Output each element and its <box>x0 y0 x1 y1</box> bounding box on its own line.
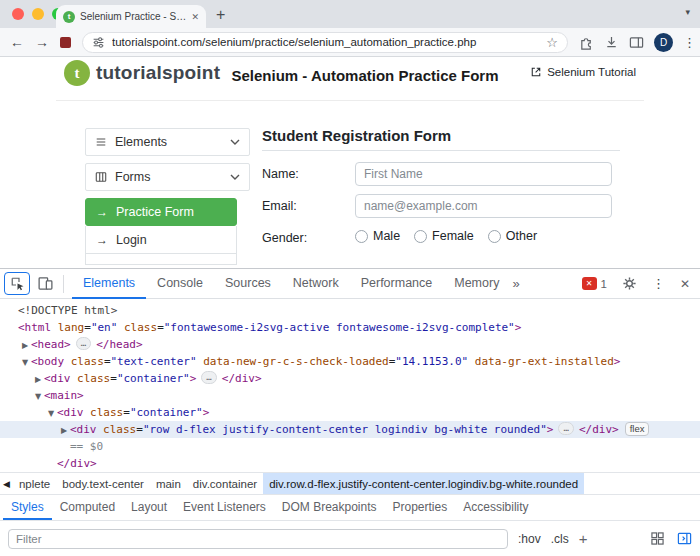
code-token: class <box>97 423 137 436</box>
minimize-window-icon[interactable] <box>32 8 44 20</box>
toggle-panel-icon[interactable] <box>677 531 692 546</box>
gender-label: Gender: <box>262 231 307 245</box>
sidebar-item-partial[interactable] <box>85 254 237 265</box>
dom-tree-line[interactable]: ▶<div class="container">…</div> <box>0 370 700 387</box>
ellipsis-expander[interactable]: … <box>201 371 216 384</box>
element-classes-button[interactable]: .cls <box>551 532 569 546</box>
inspect-element-button[interactable] <box>4 272 30 295</box>
gender-other-radio[interactable]: Other <box>488 229 537 243</box>
new-style-rule-button[interactable]: + <box>579 530 588 547</box>
dom-tree-line[interactable]: <!DOCTYPE html> <box>0 302 700 319</box>
tab-dom-breakpoints[interactable]: DOM Breakpoints <box>274 495 385 520</box>
new-tab-button[interactable]: + <box>216 4 225 26</box>
gear-icon[interactable] <box>622 276 637 291</box>
collapsed-arrow-icon[interactable]: ▶ <box>32 371 44 388</box>
tab-styles[interactable]: Styles <box>3 495 52 520</box>
sidebar-section-elements[interactable]: Elements <box>85 128 250 156</box>
tab-favicon: t <box>63 11 75 23</box>
device-toolbar-icon[interactable] <box>37 275 54 292</box>
breadcrumb-item-container[interactable]: div.container <box>187 473 263 494</box>
browser-tab[interactable]: t Selenium Practice - Student I ✕ <box>56 5 206 28</box>
sidebar-item-login[interactable]: → Login <box>85 226 237 254</box>
breadcrumb-item[interactable]: nplete <box>13 473 56 494</box>
code-token: </div> <box>57 457 97 470</box>
dom-tree-line[interactable]: ▼<div class="container"> <box>0 404 700 421</box>
tab-event-listeners[interactable]: Event Listeners <box>175 495 274 520</box>
collapsed-arrow-icon[interactable]: ▶ <box>19 337 31 354</box>
url-bar[interactable]: tutorialspoint.com/selenium/practice/sel… <box>82 32 568 53</box>
close-window-icon[interactable] <box>12 8 24 20</box>
expanded-arrow-icon[interactable]: ▼ <box>32 388 44 405</box>
tab-search-chevron-icon[interactable]: ▾ <box>685 7 690 17</box>
tab-close-icon[interactable]: ✕ <box>191 12 199 22</box>
first-name-input[interactable] <box>355 162 612 186</box>
dom-tree-line[interactable]: <html lang="en" class="fontawesome-i2svg… <box>0 319 700 336</box>
dom-tree-line[interactable]: ▶<div class="row d-flex justify-content-… <box>0 421 700 438</box>
dom-tree-line[interactable]: == $0 <box>0 438 700 455</box>
error-icon: ✕ <box>582 277 597 290</box>
breadcrumb-item-selected[interactable]: div.row.d-flex.justify-content-center.lo… <box>263 473 584 494</box>
code-token: > <box>203 406 210 419</box>
tab-accessibility[interactable]: Accessibility <box>455 495 536 520</box>
devtools-tab-network[interactable]: Network <box>282 269 350 299</box>
url-text[interactable]: tutorialspoint.com/selenium/practice/sel… <box>112 36 539 48</box>
devtools-close-icon[interactable]: ✕ <box>680 277 690 291</box>
extensions-icon[interactable] <box>579 35 594 50</box>
tab-layout[interactable]: Layout <box>123 495 175 520</box>
styles-filter-input[interactable] <box>8 529 508 549</box>
reload-icon[interactable] <box>60 37 71 48</box>
tutorial-link[interactable]: Selenium Tutorial <box>530 66 636 78</box>
toggle-element-state-button[interactable]: :hov <box>518 532 541 546</box>
grid-icon[interactable] <box>651 532 664 545</box>
code-token: > <box>614 355 621 368</box>
flex-badge[interactable]: flex <box>625 422 650 436</box>
tune-icon[interactable] <box>92 36 105 49</box>
browser-toolbar: ← → tutorialspoint.com/selenium/practice… <box>0 28 700 57</box>
code-token: = <box>84 321 91 334</box>
breadcrumb-scroll-left-icon[interactable]: ◀ <box>0 473 13 494</box>
titlebar: t Selenium Practice - Student I ✕ + ▾ <box>0 0 700 28</box>
code-token: = <box>136 423 143 436</box>
devtools-tab-memory[interactable]: Memory <box>443 269 510 299</box>
devtools-menu-icon[interactable]: ⋮ <box>652 276 665 291</box>
devtools-tab-performance[interactable]: Performance <box>350 269 444 299</box>
side-panel-icon[interactable] <box>629 35 644 50</box>
sidebar-item-practice-form[interactable]: → Practice Form <box>85 198 237 226</box>
code-token: data-new-gr-c-s-check-loaded <box>197 355 389 368</box>
radio-icon <box>355 230 368 243</box>
code-token: class <box>71 372 111 385</box>
bookmark-star-icon[interactable]: ☆ <box>546 35 558 50</box>
expanded-arrow-icon[interactable]: ▼ <box>19 354 31 371</box>
ellipsis-expander[interactable]: … <box>76 337 91 350</box>
email-input[interactable] <box>355 194 612 218</box>
ellipsis-expander[interactable]: … <box>558 422 573 435</box>
forward-icon[interactable]: → <box>35 35 49 49</box>
sidebar-section-forms[interactable]: Forms <box>85 163 250 191</box>
devtools-tab-sources[interactable]: Sources <box>214 269 282 299</box>
header-divider <box>56 100 644 101</box>
breadcrumb-item-main[interactable]: main <box>150 473 187 494</box>
breadcrumb-item-body[interactable]: body.text-center <box>56 473 150 494</box>
code-token: <div <box>57 406 84 419</box>
download-icon[interactable] <box>604 35 619 50</box>
tab-computed[interactable]: Computed <box>52 495 123 520</box>
gender-female-radio[interactable]: Female <box>414 229 474 243</box>
external-link-icon <box>530 66 542 78</box>
tab-properties[interactable]: Properties <box>385 495 456 520</box>
dom-tree-line[interactable]: </div> <box>0 455 700 472</box>
expanded-arrow-icon[interactable]: ▼ <box>45 405 57 422</box>
devtools-tab-elements[interactable]: Elements <box>72 269 146 299</box>
devtools-tab-console[interactable]: Console <box>146 269 214 299</box>
error-counter[interactable]: ✕ 1 <box>582 277 607 290</box>
dom-tree-line[interactable]: ▼<body class="text-center" data-new-gr-c… <box>0 353 700 370</box>
inspect-cursor-icon <box>10 276 25 291</box>
collapsed-arrow-icon[interactable]: ▶ <box>58 422 70 439</box>
browser-menu-icon[interactable]: ⋮ <box>683 35 696 50</box>
profile-avatar[interactable]: D <box>654 33 673 52</box>
more-tabs-icon[interactable]: » <box>512 276 519 291</box>
devtools-toolbar-right: ✕ 1 ⋮ ✕ <box>582 276 690 291</box>
gender-male-radio[interactable]: Male <box>355 229 400 243</box>
dom-tree-line[interactable]: ▶<head>…</head> <box>0 336 700 353</box>
back-icon[interactable]: ← <box>10 35 24 49</box>
dom-tree-line[interactable]: ▼<main> <box>0 387 700 404</box>
